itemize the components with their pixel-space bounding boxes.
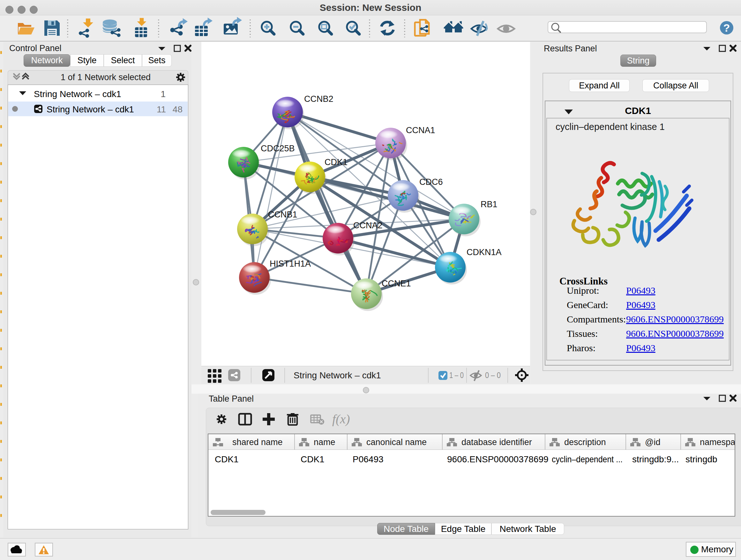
svg-text:CDK1: CDK1 [300,454,325,464]
svg-text:CDC6: CDC6 [419,177,443,187]
svg-text:CDKN1A: CDKN1A [467,247,502,257]
svg-text:11: 11 [157,105,166,114]
svg-text:1: 1 [160,89,165,99]
svg-text:stringdb:9...: stringdb:9... [632,454,679,464]
svg-text:CDC25B: CDC25B [261,144,295,153]
svg-text:namespac: namespac [700,437,735,447]
svg-text:String Network – cdk1: String Network – cdk1 [47,105,134,114]
svg-text:name: name [314,437,335,447]
svg-text:0 – 0: 0 – 0 [485,370,501,380]
svg-text:shared name: shared name [232,437,283,447]
svg-text:cyclin–dependent ...: cyclin–dependent ... [552,454,623,464]
svg-text:CCNE1: CCNE1 [382,279,411,288]
svg-text:CCNA2: CCNA2 [353,221,383,230]
svg-text:P06493: P06493 [353,454,384,464]
svg-text:String Network – cdk1: String Network – cdk1 [34,89,121,99]
svg-text:1 of 1 Network selected: 1 of 1 Network selected [61,72,151,82]
svg-text:f(x): f(x) [332,412,350,426]
svg-text:48: 48 [173,105,183,114]
svg-text:CCNB2: CCNB2 [304,94,333,104]
svg-text:CCNB1: CCNB1 [268,210,297,219]
svg-text:CCNA1: CCNA1 [406,125,435,135]
svg-text:database identifier: database identifier [461,437,532,447]
svg-text:1 – 0: 1 – 0 [449,370,464,380]
svg-text:CDK1: CDK1 [215,454,239,464]
svg-text:CDK1: CDK1 [325,158,347,167]
svg-text:HIST1H1A: HIST1H1A [270,259,311,268]
svg-text:description: description [564,437,606,447]
svg-text:@id: @id [645,437,660,447]
svg-text:canonical name: canonical name [366,437,427,447]
svg-text:String Network – cdk1: String Network – cdk1 [293,370,381,380]
svg-text:stringdb: stringdb [685,454,718,464]
svg-text:9606.ENSP00000378699: 9606.ENSP00000378699 [447,454,549,464]
svg-text:?: ? [724,22,730,34]
svg-text:RB1: RB1 [481,199,497,209]
